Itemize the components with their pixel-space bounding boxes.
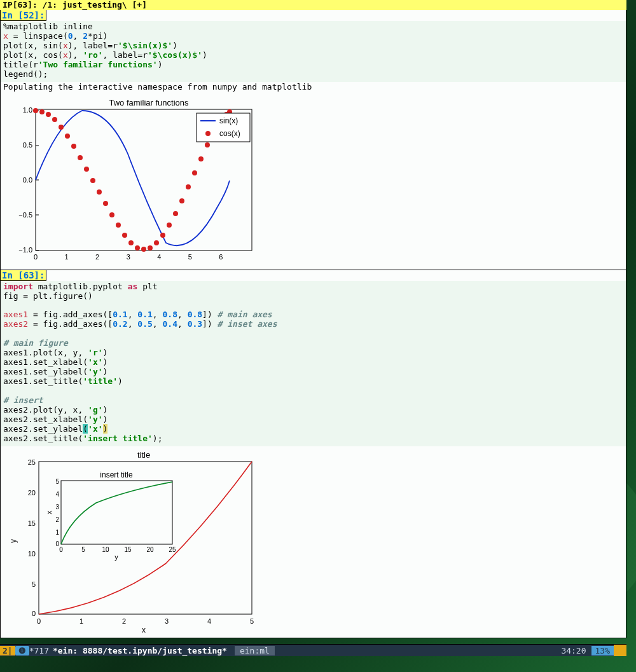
svg-point-35 [141, 247, 146, 252]
svg-text:0: 0 [37, 617, 41, 625]
svg-point-33 [128, 240, 134, 245]
svg-text:insert title: insert title [100, 470, 133, 479]
svg-text:25: 25 [28, 458, 36, 466]
svg-point-43 [192, 170, 197, 175]
svg-point-32 [122, 233, 127, 238]
svg-point-28 [97, 189, 102, 195]
modeline-endcap [614, 645, 626, 656]
svg-point-45 [205, 142, 210, 147]
modeline[interactable]: 2| ❶ * 717 *ein: 8888/test.ipynb/just_te… [0, 644, 626, 656]
svg-point-34 [135, 245, 140, 250]
svg-text:−0.5: −0.5 [18, 211, 32, 219]
modeline-line: 717 [34, 646, 48, 655]
svg-point-31 [116, 223, 121, 228]
svg-text:6: 6 [219, 253, 223, 261]
cell1-prompt: In [52]: [1, 10, 46, 21]
notebook-cell-2[interactable]: In [63]: import matplotlib.pyplot as plt… [0, 270, 626, 638]
cell1-code[interactable]: %matplotlib inline x = linspace(0, 2*pi)… [1, 21, 626, 82]
svg-point-25 [78, 155, 83, 160]
modeline-percent: 13% [591, 646, 614, 655]
svg-text:0: 0 [32, 610, 36, 617]
modeline-buffer-name: *ein: 8888/test.ipynb/just_testing* [53, 646, 227, 655]
svg-point-53 [205, 131, 211, 136]
svg-text:1: 1 [55, 529, 59, 536]
svg-text:−1.0: −1.0 [18, 246, 32, 254]
svg-point-21 [52, 117, 57, 122]
svg-point-27 [90, 178, 95, 183]
svg-text:2: 2 [95, 253, 99, 261]
svg-text:y: y [114, 553, 118, 561]
inset-axes: insert title 543 210 x 0510 152025 y [45, 470, 176, 561]
chart2-title: title [137, 450, 150, 460]
svg-text:10: 10 [28, 550, 36, 558]
svg-point-37 [154, 240, 159, 245]
svg-text:5: 5 [250, 617, 254, 625]
svg-text:0: 0 [34, 253, 38, 261]
chart1-legend: sin(x) cos(x) [197, 113, 250, 142]
inset-chart: title 252015 1050 y 012 345 x [1, 449, 255, 633]
svg-text:5: 5 [188, 253, 192, 261]
cell1-plot: Two familiar functions 1.0 0.5 0.0 −0.5 … [1, 94, 626, 270]
svg-text:5: 5 [81, 546, 85, 553]
svg-text:0: 0 [59, 546, 63, 553]
svg-point-26 [84, 167, 89, 172]
svg-text:4: 4 [55, 491, 59, 498]
svg-point-38 [160, 233, 165, 238]
svg-text:10: 10 [102, 546, 109, 553]
svg-text:x: x [142, 626, 146, 633]
modeline-major-mode: ein:ml [235, 646, 275, 655]
svg-text:cos(x): cos(x) [219, 129, 240, 138]
cell2-code[interactable]: import matplotlib.pyplot as plt fig = pl… [1, 281, 626, 446]
svg-text:25: 25 [169, 546, 176, 553]
modeline-workspace-icon: ❶ [15, 646, 29, 655]
svg-text:0.0: 0.0 [23, 176, 32, 184]
svg-text:1.0: 1.0 [23, 106, 32, 114]
svg-text:3: 3 [55, 504, 59, 511]
svg-text:2: 2 [122, 617, 126, 625]
svg-text:15: 15 [28, 519, 36, 527]
svg-text:4: 4 [157, 253, 161, 261]
svg-point-36 [148, 245, 153, 250]
svg-text:15: 15 [124, 546, 132, 553]
cell2-prompt: In [63]: [1, 270, 46, 281]
modeline-modified-star: * [29, 646, 34, 655]
svg-point-24 [71, 144, 76, 149]
svg-point-39 [167, 223, 172, 228]
emacs-frame: IP[63]: /1: just_testing\ [+] In [52]: %… [0, 0, 626, 656]
svg-text:3: 3 [165, 617, 169, 625]
svg-point-22 [59, 125, 64, 130]
svg-text:20: 20 [28, 489, 36, 497]
svg-text:4: 4 [207, 617, 211, 625]
svg-point-29 [103, 201, 108, 206]
svg-point-20 [46, 112, 51, 117]
svg-point-18 [33, 108, 38, 113]
svg-text:20: 20 [146, 546, 154, 553]
svg-point-23 [65, 134, 70, 139]
svg-text:1: 1 [65, 253, 69, 261]
chart1-title: Two familiar functions [109, 98, 189, 107]
svg-text:sin(x): sin(x) [219, 116, 238, 125]
title-bar[interactable]: IP[63]: /1: just_testing\ [+] [0, 0, 626, 10]
svg-text:0.5: 0.5 [23, 141, 32, 149]
svg-text:x: x [45, 510, 53, 514]
svg-point-40 [173, 211, 178, 216]
notebook-cell-1[interactable]: In [52]: %matplotlib inline x = linspace… [0, 10, 626, 270]
svg-point-42 [186, 184, 191, 189]
modeline-left-chip: 2| [0, 646, 15, 655]
svg-text:5: 5 [32, 580, 36, 588]
cell2-plot: title 252015 1050 y 012 345 x [1, 446, 626, 638]
modeline-cursor-pos: 34:20 [556, 646, 591, 655]
cell1-output-text: Populating the interactive namespace fro… [1, 82, 626, 94]
svg-text:y: y [9, 539, 18, 543]
title-text: IP[63]: /1: just_testing\ [+] [3, 0, 147, 10]
svg-point-19 [39, 109, 45, 114]
svg-text:3: 3 [127, 253, 130, 261]
svg-text:2: 2 [55, 516, 59, 523]
svg-point-30 [109, 212, 114, 217]
svg-point-41 [179, 198, 184, 203]
svg-text:5: 5 [55, 478, 59, 485]
sin-cos-chart: Two familiar functions 1.0 0.5 0.0 −0.5 … [1, 97, 255, 265]
svg-point-44 [198, 156, 204, 161]
svg-rect-70 [61, 481, 172, 544]
svg-text:1: 1 [80, 617, 83, 625]
